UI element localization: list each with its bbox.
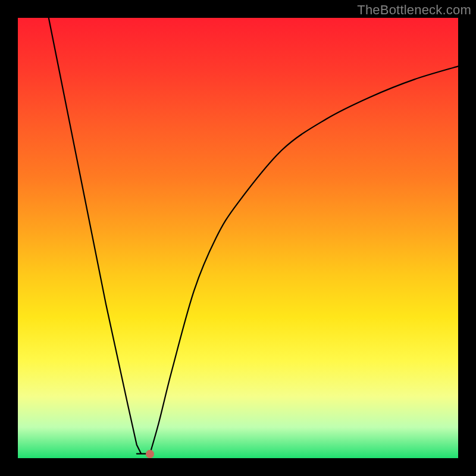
minimum-marker [146,450,154,458]
plot-area [18,18,458,458]
watermark: TheBottleneck.com [357,2,471,18]
curve-path [49,18,458,454]
bottleneck-curve [18,18,458,458]
chart-frame: TheBottleneck.com [0,0,476,476]
